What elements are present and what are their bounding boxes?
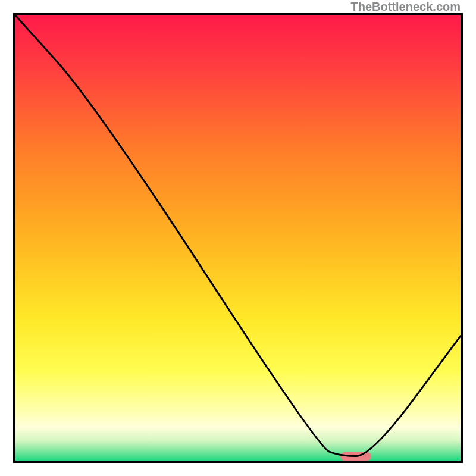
chart-frame: [13, 13, 463, 463]
plot-area: [15, 15, 461, 461]
watermark-text: TheBottleneck.com: [351, 0, 461, 14]
bottleneck-curve: [15, 15, 461, 461]
